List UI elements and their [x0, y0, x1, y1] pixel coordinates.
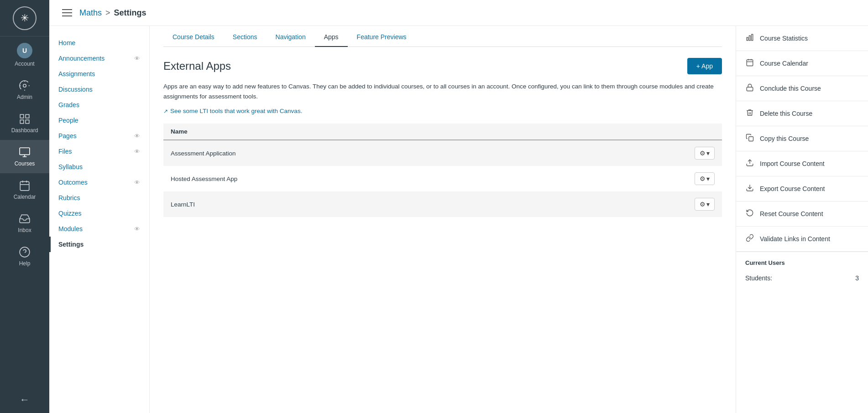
current-users-section: Current Users — [736, 252, 868, 270]
sidebar-label-quizzes: Quizzes — [58, 210, 82, 217]
rs-item-validate-links[interactable]: Validate Links in Content — [736, 227, 868, 252]
tab-label-course-details: Course Details — [173, 33, 214, 41]
reset-icon — [745, 209, 754, 219]
rs-item-export-content[interactable]: Export Course Content — [736, 176, 868, 201]
lti-link-text: See some LTI tools that work great with … — [170, 108, 302, 114]
nav-label-admin: Admin — [17, 94, 32, 100]
sidebar-label-assignments: Assignments — [58, 70, 95, 77]
hamburger-button[interactable] — [60, 7, 74, 18]
sidebar-item-files[interactable]: Files 👁 — [49, 144, 149, 159]
trash-icon — [745, 108, 754, 119]
description-text: Apps are an easy way to add new features… — [163, 82, 722, 101]
rs-label-validate-links: Validate Links in Content — [760, 235, 830, 243]
main-area: Maths > Settings Home Announcements 👁 As… — [49, 0, 868, 413]
svg-rect-22 — [749, 137, 753, 141]
logo-circle: ✳ — [13, 6, 37, 30]
dashboard-icon — [19, 113, 31, 125]
eye-icon-files: 👁 — [134, 148, 140, 155]
eye-icon-announcements: 👁 — [134, 55, 140, 62]
students-row: Students: 3 — [736, 270, 868, 286]
global-nav: ✳ U Account Admin Dashboard Courses Cale… — [0, 0, 49, 413]
svg-rect-8 — [20, 181, 29, 191]
nav-label-courses: Courses — [15, 160, 35, 167]
nav-item-account[interactable]: U Account — [0, 36, 49, 73]
sidebar-item-assignments[interactable]: Assignments — [49, 66, 149, 82]
lti-link[interactable]: ↗ See some LTI tools that work great wit… — [163, 108, 722, 114]
help-icon — [19, 246, 31, 258]
sidebar-item-announcements[interactable]: Announcements 👁 — [49, 51, 149, 66]
app-actions-hosted: ⚙ ▾ — [685, 166, 722, 191]
rs-item-delete-course[interactable]: Delete this Course — [736, 101, 868, 126]
table-row-learnlti: LearnLTI ⚙ ▾ — [163, 191, 722, 217]
rs-label-export-content: Export Course Content — [760, 185, 825, 192]
sidebar-item-pages[interactable]: Pages 👁 — [49, 128, 149, 144]
copy-icon — [745, 134, 754, 144]
breadcrumb-link-maths[interactable]: Maths — [79, 8, 102, 18]
sidebar-item-outcomes[interactable]: Outcomes 👁 — [49, 175, 149, 190]
rs-item-copy-course[interactable]: Copy this Course — [736, 126, 868, 151]
sidebar-item-discussions[interactable]: Discussions — [49, 82, 149, 97]
nav-label-account: Account — [15, 61, 34, 67]
inbox-icon — [19, 213, 31, 225]
nav-item-inbox[interactable]: Inbox — [0, 206, 49, 240]
nav-item-dashboard[interactable]: Dashboard — [0, 107, 49, 140]
rs-item-conclude-course[interactable]: Conclude this Course — [736, 76, 868, 101]
students-count: 3 — [855, 274, 859, 282]
tab-label-navigation: Navigation — [276, 33, 306, 41]
sidebar-label-people: People — [58, 117, 78, 124]
sidebar-item-syllabus[interactable]: Syllabus — [49, 159, 149, 175]
add-app-button[interactable]: + App — [687, 58, 722, 74]
nav-item-courses[interactable]: Courses — [0, 140, 49, 173]
gear-button-hosted[interactable]: ⚙ ▾ — [695, 172, 715, 185]
rs-item-import-content[interactable]: Import Course Content — [736, 151, 868, 176]
dropdown-arrow-learnlti: ▾ — [706, 201, 710, 208]
rs-item-course-statistics[interactable]: Course Statistics — [736, 26, 868, 51]
sidebar-label-syllabus: Syllabus — [58, 163, 83, 170]
sidebar-item-settings[interactable]: Settings — [49, 237, 149, 252]
nav-label-inbox: Inbox — [18, 227, 31, 233]
nav-item-help[interactable]: Help — [0, 240, 49, 273]
sidebar-item-rubrics[interactable]: Rubrics — [49, 190, 149, 206]
rs-item-course-calendar[interactable]: Course Calendar — [736, 51, 868, 76]
sidebar-item-grades[interactable]: Grades — [49, 97, 149, 113]
svg-point-0 — [23, 84, 26, 88]
rs-label-course-statistics: Course Statistics — [760, 35, 808, 42]
rs-label-copy-course: Copy this Course — [760, 135, 809, 142]
export-icon — [745, 184, 754, 194]
nav-item-calendar[interactable]: Calendar — [0, 173, 49, 206]
sidebar-item-quizzes[interactable]: Quizzes — [49, 206, 149, 221]
rs-label-delete-course: Delete this Course — [760, 110, 812, 117]
sidebar-label-pages: Pages — [58, 132, 77, 139]
sidebar-item-home[interactable]: Home — [49, 35, 149, 51]
external-link-icon: ↗ — [163, 108, 168, 114]
svg-rect-1 — [20, 114, 24, 118]
sidebar-label-discussions: Discussions — [58, 86, 93, 93]
rs-label-course-calendar: Course Calendar — [760, 60, 808, 67]
nav-back-button[interactable]: ← — [0, 387, 49, 413]
tab-course-details[interactable]: Course Details — [163, 28, 224, 47]
nav-item-admin[interactable]: Admin — [0, 73, 49, 107]
svg-rect-15 — [749, 36, 751, 41]
calendar-icon — [19, 180, 31, 191]
tab-navigation[interactable]: Navigation — [267, 28, 315, 47]
sidebar-item-modules[interactable]: Modules 👁 — [49, 221, 149, 237]
svg-rect-3 — [20, 120, 24, 124]
gear-button-learnlti[interactable]: ⚙ ▾ — [695, 198, 715, 211]
breadcrumb-separator: > — [105, 8, 110, 18]
logo: ✳ — [0, 0, 49, 36]
breadcrumb: Maths > Settings — [79, 8, 146, 18]
tab-feature-previews[interactable]: Feature Previews — [348, 28, 416, 47]
import-icon — [745, 159, 754, 169]
eye-icon-pages: 👁 — [134, 133, 140, 139]
sidebar-label-rubrics: Rubrics — [58, 194, 80, 201]
account-avatar: U — [17, 43, 32, 58]
tab-apps[interactable]: Apps — [315, 28, 348, 47]
sidebar-label-home: Home — [58, 39, 75, 46]
rs-item-reset-content[interactable]: Reset Course Content — [736, 201, 868, 227]
sidebar-label-grades: Grades — [58, 101, 79, 108]
sidebar-label-announcements: Announcements — [58, 55, 105, 62]
gear-button-assessment[interactable]: ⚙ ▾ — [695, 147, 715, 160]
tab-sections[interactable]: Sections — [224, 28, 267, 47]
sidebar-item-people[interactable]: People — [49, 113, 149, 128]
sidebar-label-outcomes: Outcomes — [58, 179, 88, 186]
